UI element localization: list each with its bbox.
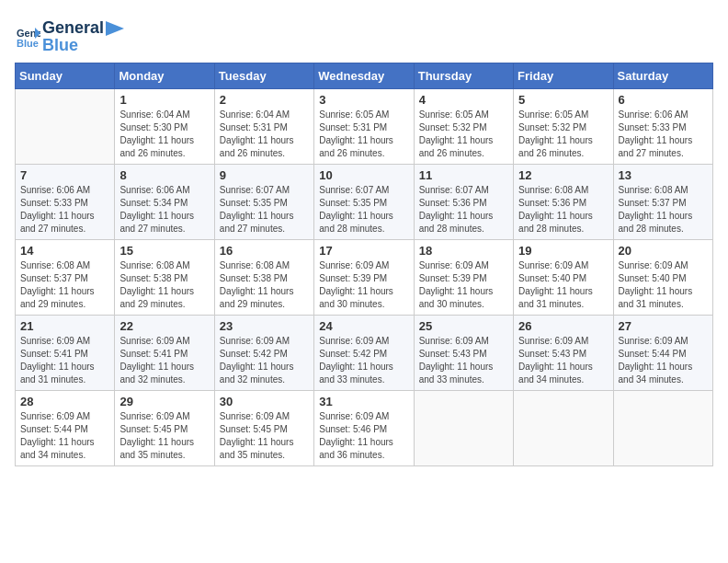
day-info: Sunrise: 6:09 AMSunset: 5:44 PMDaylight:… xyxy=(20,410,109,462)
day-info: Sunrise: 6:08 AMSunset: 5:37 PMDaylight:… xyxy=(20,259,109,311)
calendar-cell: 11Sunrise: 6:07 AMSunset: 5:36 PMDayligh… xyxy=(414,165,513,240)
calendar-cell xyxy=(414,391,513,466)
header: General Blue General Blue xyxy=(15,15,713,55)
calendar-cell: 29Sunrise: 6:09 AMSunset: 5:45 PMDayligh… xyxy=(115,391,214,466)
day-number: 3 xyxy=(319,93,408,107)
logo-arrow-icon xyxy=(106,21,124,36)
calendar-cell: 6Sunrise: 6:06 AMSunset: 5:33 PMDaylight… xyxy=(613,89,712,165)
calendar-cell: 5Sunrise: 6:05 AMSunset: 5:32 PMDaylight… xyxy=(514,89,613,165)
calendar-cell: 9Sunrise: 6:07 AMSunset: 5:35 PMDaylight… xyxy=(214,165,313,240)
day-number: 10 xyxy=(319,168,408,182)
weekday-header-wednesday: Wednesday xyxy=(314,63,414,89)
calendar-cell: 18Sunrise: 6:09 AMSunset: 5:39 PMDayligh… xyxy=(414,240,513,316)
weekday-header-row: SundayMondayTuesdayWednesdayThursdayFrid… xyxy=(16,63,713,89)
day-number: 7 xyxy=(20,168,109,182)
day-info: Sunrise: 6:09 AMSunset: 5:45 PMDaylight:… xyxy=(119,410,209,462)
calendar-cell: 15Sunrise: 6:08 AMSunset: 5:38 PMDayligh… xyxy=(115,240,214,316)
day-info: Sunrise: 6:05 AMSunset: 5:31 PMDaylight:… xyxy=(319,109,408,160)
day-info: Sunrise: 6:09 AMSunset: 5:39 PMDaylight:… xyxy=(419,259,508,311)
day-info: Sunrise: 6:09 AMSunset: 5:46 PMDaylight:… xyxy=(319,410,408,462)
logo-icon: General Blue xyxy=(15,24,40,50)
calendar-table: SundayMondayTuesdayWednesdayThursdayFrid… xyxy=(15,63,713,466)
day-info: Sunrise: 6:09 AMSunset: 5:40 PMDaylight:… xyxy=(619,259,708,311)
calendar-cell: 7Sunrise: 6:06 AMSunset: 5:33 PMDaylight… xyxy=(16,165,115,240)
day-info: Sunrise: 6:09 AMSunset: 5:42 PMDaylight:… xyxy=(220,335,309,386)
day-info: Sunrise: 6:05 AMSunset: 5:32 PMDaylight:… xyxy=(419,109,508,160)
day-info: Sunrise: 6:09 AMSunset: 5:40 PMDaylight:… xyxy=(518,259,608,311)
weekday-header-saturday: Saturday xyxy=(613,63,712,89)
day-number: 23 xyxy=(220,319,309,333)
day-info: Sunrise: 6:06 AMSunset: 5:33 PMDaylight:… xyxy=(20,184,109,236)
calendar-cell: 1Sunrise: 6:04 AMSunset: 5:30 PMDaylight… xyxy=(115,89,214,165)
weekday-header-monday: Monday xyxy=(115,63,214,89)
day-info: Sunrise: 6:04 AMSunset: 5:30 PMDaylight:… xyxy=(119,109,209,160)
calendar-cell: 17Sunrise: 6:09 AMSunset: 5:39 PMDayligh… xyxy=(314,240,414,316)
day-info: Sunrise: 6:09 AMSunset: 5:44 PMDaylight:… xyxy=(619,335,708,386)
day-number: 16 xyxy=(220,244,309,258)
calendar-cell: 2Sunrise: 6:04 AMSunset: 5:31 PMDaylight… xyxy=(214,89,313,165)
svg-marker-4 xyxy=(106,21,124,36)
calendar-cell xyxy=(514,391,613,466)
calendar-cell: 24Sunrise: 6:09 AMSunset: 5:42 PMDayligh… xyxy=(314,316,414,391)
day-info: Sunrise: 6:07 AMSunset: 5:35 PMDaylight:… xyxy=(319,184,408,236)
day-info: Sunrise: 6:08 AMSunset: 5:38 PMDaylight:… xyxy=(119,259,209,311)
weekday-header-thursday: Thursday xyxy=(414,63,513,89)
day-info: Sunrise: 6:09 AMSunset: 5:39 PMDaylight:… xyxy=(319,259,408,311)
calendar-cell: 12Sunrise: 6:08 AMSunset: 5:36 PMDayligh… xyxy=(514,165,613,240)
calendar-cell: 21Sunrise: 6:09 AMSunset: 5:41 PMDayligh… xyxy=(16,316,115,391)
day-number: 29 xyxy=(119,395,209,408)
day-info: Sunrise: 6:08 AMSunset: 5:38 PMDaylight:… xyxy=(220,259,309,311)
calendar-cell: 31Sunrise: 6:09 AMSunset: 5:46 PMDayligh… xyxy=(314,391,414,466)
calendar-cell: 3Sunrise: 6:05 AMSunset: 5:31 PMDaylight… xyxy=(314,89,414,165)
day-number: 5 xyxy=(518,93,608,107)
calendar-cell: 10Sunrise: 6:07 AMSunset: 5:35 PMDayligh… xyxy=(314,165,414,240)
calendar-cell: 22Sunrise: 6:09 AMSunset: 5:41 PMDayligh… xyxy=(115,316,214,391)
calendar-week-row: 21Sunrise: 6:09 AMSunset: 5:41 PMDayligh… xyxy=(16,316,713,391)
day-number: 22 xyxy=(119,319,209,333)
day-number: 28 xyxy=(20,395,109,408)
day-info: Sunrise: 6:06 AMSunset: 5:33 PMDaylight:… xyxy=(619,109,708,160)
day-number: 1 xyxy=(119,93,209,107)
day-info: Sunrise: 6:09 AMSunset: 5:43 PMDaylight:… xyxy=(518,335,608,386)
weekday-header-tuesday: Tuesday xyxy=(214,63,313,89)
calendar-cell: 16Sunrise: 6:08 AMSunset: 5:38 PMDayligh… xyxy=(214,240,313,316)
logo-general: General xyxy=(42,18,104,38)
day-number: 26 xyxy=(518,319,608,333)
calendar-cell: 26Sunrise: 6:09 AMSunset: 5:43 PMDayligh… xyxy=(514,316,613,391)
calendar-week-row: 1Sunrise: 6:04 AMSunset: 5:30 PMDaylight… xyxy=(16,89,713,165)
day-info: Sunrise: 6:09 AMSunset: 5:42 PMDaylight:… xyxy=(319,335,408,386)
calendar-week-row: 14Sunrise: 6:08 AMSunset: 5:37 PMDayligh… xyxy=(16,240,713,316)
day-number: 21 xyxy=(20,319,109,333)
day-info: Sunrise: 6:04 AMSunset: 5:31 PMDaylight:… xyxy=(220,109,309,160)
day-number: 24 xyxy=(319,319,408,333)
day-number: 31 xyxy=(319,395,408,408)
calendar-cell: 4Sunrise: 6:05 AMSunset: 5:32 PMDaylight… xyxy=(414,89,513,165)
calendar-cell: 30Sunrise: 6:09 AMSunset: 5:45 PMDayligh… xyxy=(214,391,313,466)
day-number: 8 xyxy=(119,168,209,182)
day-info: Sunrise: 6:09 AMSunset: 5:45 PMDaylight:… xyxy=(220,410,309,462)
day-info: Sunrise: 6:07 AMSunset: 5:35 PMDaylight:… xyxy=(220,184,309,236)
day-info: Sunrise: 6:09 AMSunset: 5:41 PMDaylight:… xyxy=(20,335,109,386)
day-number: 12 xyxy=(518,168,608,182)
day-number: 11 xyxy=(419,168,508,182)
calendar-cell xyxy=(16,89,115,165)
calendar-cell: 14Sunrise: 6:08 AMSunset: 5:37 PMDayligh… xyxy=(16,240,115,316)
day-number: 17 xyxy=(319,244,408,258)
day-number: 9 xyxy=(220,168,309,182)
day-number: 6 xyxy=(619,93,708,107)
calendar-cell: 20Sunrise: 6:09 AMSunset: 5:40 PMDayligh… xyxy=(613,240,712,316)
weekday-header-sunday: Sunday xyxy=(16,63,115,89)
day-info: Sunrise: 6:08 AMSunset: 5:36 PMDaylight:… xyxy=(518,184,608,236)
day-info: Sunrise: 6:08 AMSunset: 5:37 PMDaylight:… xyxy=(619,184,708,236)
calendar-cell: 25Sunrise: 6:09 AMSunset: 5:43 PMDayligh… xyxy=(414,316,513,391)
day-number: 27 xyxy=(619,319,708,333)
logo: General Blue General Blue xyxy=(15,18,124,55)
day-info: Sunrise: 6:09 AMSunset: 5:41 PMDaylight:… xyxy=(119,335,209,386)
day-number: 25 xyxy=(419,319,508,333)
calendar-week-row: 7Sunrise: 6:06 AMSunset: 5:33 PMDaylight… xyxy=(16,165,713,240)
calendar-cell: 8Sunrise: 6:06 AMSunset: 5:34 PMDaylight… xyxy=(115,165,214,240)
day-info: Sunrise: 6:06 AMSunset: 5:34 PMDaylight:… xyxy=(119,184,209,236)
weekday-header-friday: Friday xyxy=(514,63,613,89)
calendar-cell: 28Sunrise: 6:09 AMSunset: 5:44 PMDayligh… xyxy=(16,391,115,466)
day-number: 4 xyxy=(419,93,508,107)
